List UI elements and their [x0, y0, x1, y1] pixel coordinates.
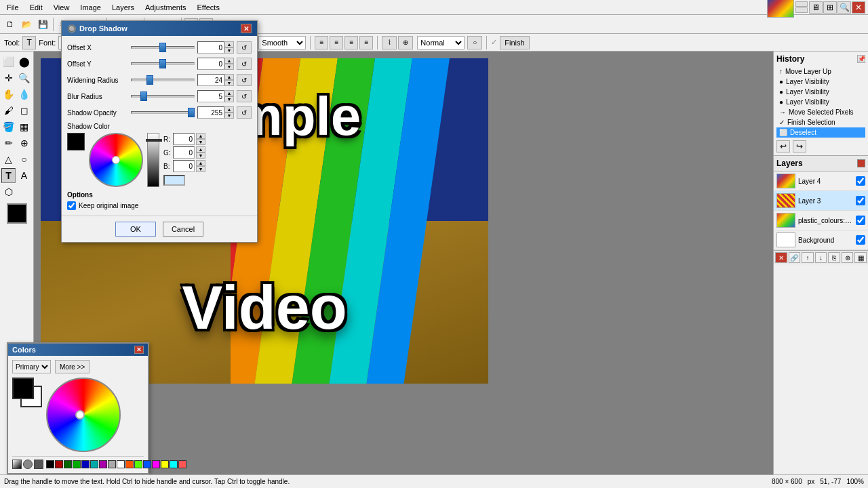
dialog-body: Offset X 0 ▲ ▼ ↺ Offset Y [62, 36, 257, 216]
opacity-reset-btn[interactable]: ↺ [237, 106, 252, 119]
r-arrows: ▲ ▼ [196, 133, 205, 145]
offset-x-label: Offset X [67, 44, 128, 52]
offset-x-down[interactable]: ▼ [224, 47, 234, 54]
blur-slider-track [131, 92, 195, 100]
keep-original-row: Keep original image [67, 201, 252, 210]
r-row: R: 0 ▲ ▼ [163, 133, 205, 145]
offset-y-thumb[interactable] [159, 59, 166, 68]
ok-button[interactable]: OK [115, 222, 156, 237]
color-bar-handle[interactable] [146, 139, 162, 142]
dialog-title-bar[interactable]: 🔘 Drop Shadow ✕ [62, 21, 257, 36]
blur-radius-row: Blur Radius 5 ▲ ▼ ↺ [67, 90, 252, 102]
r-up[interactable]: ▲ [196, 133, 205, 139]
dialog-overlay: 🔘 Drop Shadow ✕ Offset X 0 ▲ ▼ [0, 0, 868, 488]
blur-radius-label: Blur Radius [67, 93, 128, 100]
widening-up[interactable]: ▲ [224, 74, 234, 80]
g-label: G: [163, 149, 172, 157]
cancel-button[interactable]: Cancel [163, 222, 203, 237]
options-label: Options [67, 191, 252, 199]
dialog-title-icon: 🔘 [67, 24, 77, 33]
shadow-opacity-label: Shadow Opacity [67, 109, 128, 117]
blur-arrows: ▲ ▼ [224, 90, 234, 102]
color-wheel-center [112, 156, 120, 164]
shadow-color-wheel[interactable] [89, 133, 143, 187]
keep-original-label: Keep original image [79, 202, 138, 209]
widening-slider-track [131, 76, 195, 84]
offset-x-input[interactable]: 0 [197, 41, 224, 54]
offset-x-reset-btn[interactable]: ↺ [237, 41, 252, 54]
blur-input[interactable]: 5 [197, 90, 224, 102]
blur-input-group: 5 ▲ ▼ [197, 90, 234, 102]
blur-up[interactable]: ▲ [224, 90, 234, 96]
shadow-color-label: Shadow Color [67, 123, 252, 130]
b-arrows: ▲ ▼ [196, 160, 205, 172]
blur-thumb[interactable] [140, 92, 147, 101]
options-section: Options Keep original image [67, 191, 252, 210]
offset-x-input-group: 0 ▲ ▼ [197, 41, 234, 54]
g-down[interactable]: ▼ [196, 152, 205, 159]
widening-radius-label: Widening Radius [67, 77, 128, 84]
offset-y-reset-btn[interactable]: ↺ [237, 58, 252, 70]
opacity-up[interactable]: ▲ [224, 106, 234, 113]
widening-reset-btn[interactable]: ↺ [237, 74, 252, 86]
offset-y-down[interactable]: ▼ [224, 64, 234, 70]
rgb-inputs: R: 0 ▲ ▼ G: 0 ▲ ▼ [163, 133, 205, 186]
dialog-buttons: OK Cancel [62, 216, 257, 242]
widening-input-group: 24 ▲ ▼ [197, 74, 234, 86]
offset-y-input[interactable]: 0 [197, 58, 224, 70]
opacity-down[interactable]: ▼ [224, 113, 234, 119]
widening-thumb[interactable] [146, 75, 153, 85]
b-row: B: 0 ▲ ▼ [163, 160, 205, 172]
shadow-opacity-row: Shadow Opacity 255 ▲ ▼ ↺ [67, 106, 252, 119]
offset-x-up[interactable]: ▲ [224, 41, 234, 47]
offset-y-row: Offset Y 0 ▲ ▼ ↺ [67, 58, 252, 70]
g-arrows: ▲ ▼ [196, 146, 205, 159]
color-picker-btn[interactable] [163, 175, 185, 186]
offset-y-input-group: 0 ▲ ▼ [197, 58, 234, 70]
b-up[interactable]: ▲ [196, 160, 205, 166]
blur-reset-btn[interactable]: ↺ [237, 90, 252, 102]
opacity-slider-bg [131, 111, 195, 114]
drop-shadow-dialog: 🔘 Drop Shadow ✕ Offset X 0 ▲ ▼ [61, 20, 258, 243]
widening-arrows: ▲ ▼ [224, 74, 234, 86]
widening-input[interactable]: 24 [197, 74, 224, 86]
widening-down[interactable]: ▼ [224, 80, 234, 86]
color-picker-btn-row [163, 175, 205, 186]
offset-x-thumb[interactable] [159, 43, 166, 52]
offset-y-arrows: ▲ ▼ [224, 58, 234, 70]
offset-x-row: Offset X 0 ▲ ▼ ↺ [67, 41, 252, 54]
opacity-thumb[interactable] [188, 108, 195, 117]
shadow-color-bar[interactable] [147, 133, 159, 187]
offset-y-up[interactable]: ▲ [224, 58, 234, 64]
r-label: R: [163, 136, 172, 143]
offset-y-slider-track [131, 60, 195, 68]
widening-radius-row: Widening Radius 24 ▲ ▼ ↺ [67, 74, 252, 86]
dialog-close-btn[interactable]: ✕ [241, 24, 252, 33]
b-label: B: [163, 163, 172, 170]
b-down[interactable]: ▼ [196, 166, 205, 172]
shadow-color-row: R: 0 ▲ ▼ G: 0 ▲ ▼ [67, 133, 252, 187]
g-up[interactable]: ▲ [196, 146, 205, 152]
r-down[interactable]: ▼ [196, 139, 205, 145]
blur-down[interactable]: ▼ [224, 96, 234, 102]
offset-x-arrows: ▲ ▼ [224, 41, 234, 54]
g-row: G: 0 ▲ ▼ [163, 146, 205, 159]
opacity-input-group: 255 ▲ ▼ [197, 106, 234, 119]
r-input[interactable]: 0 [173, 133, 195, 145]
shadow-color-swatch[interactable] [67, 133, 85, 150]
widening-slider-bg [131, 79, 195, 81]
offset-x-slider-track [131, 43, 195, 52]
g-input[interactable]: 0 [173, 146, 195, 159]
opacity-arrows: ▲ ▼ [224, 106, 234, 119]
keep-original-checkbox[interactable] [67, 201, 76, 210]
dialog-title-text: Drop Shadow [79, 24, 127, 33]
shadow-color-section: Shadow Color R: 0 ▲ [67, 123, 252, 187]
opacity-slider-track [131, 108, 195, 117]
offset-y-label: Offset Y [67, 60, 128, 68]
opacity-input[interactable]: 255 [197, 106, 224, 119]
b-input[interactable]: 0 [173, 160, 195, 172]
